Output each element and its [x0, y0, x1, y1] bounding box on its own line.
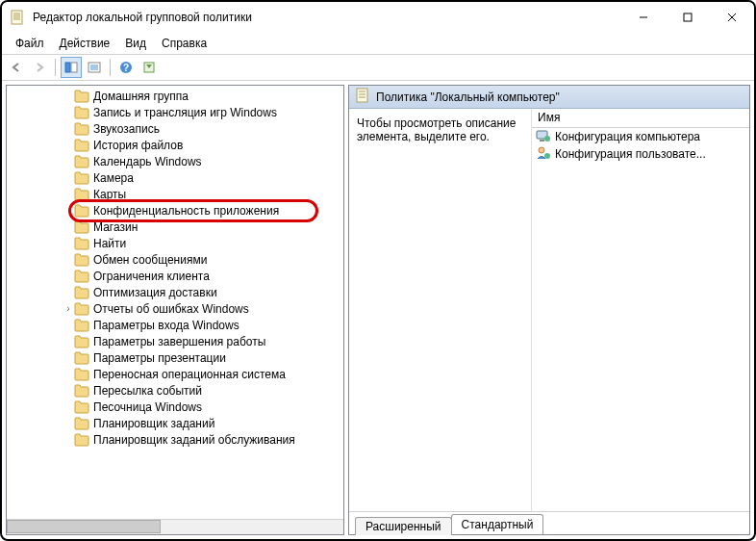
- folder-icon: [74, 122, 89, 136]
- filter-button[interactable]: [139, 57, 160, 78]
- svg-rect-9: [65, 63, 70, 72]
- tree-item[interactable]: Звукозапись: [7, 120, 343, 137]
- list-item-label: Конфигурация компьютера: [555, 130, 700, 143]
- tree-item-label: Параметры завершения работы: [93, 335, 265, 348]
- tree-item[interactable]: Планировщик заданий обслуживания: [7, 431, 343, 448]
- details-pane-button[interactable]: [84, 57, 105, 78]
- help-button[interactable]: ?: [115, 57, 137, 78]
- list-item-label: Конфигурация пользовате...: [555, 147, 706, 161]
- svg-rect-24: [540, 140, 544, 142]
- list-header-name[interactable]: Имя: [532, 109, 749, 128]
- details-body: Чтобы просмотреть описание элемента, выд…: [349, 109, 749, 511]
- tree-item[interactable]: Магазин: [7, 219, 343, 235]
- folder-icon: [74, 237, 89, 250]
- tree-item[interactable]: Планировщик заданий: [7, 415, 343, 431]
- details-header: Политика "Локальный компьютер": [349, 86, 749, 109]
- description-column: Чтобы просмотреть описание элемента, выд…: [349, 109, 532, 511]
- tree-item[interactable]: Обмен сообщениями: [7, 251, 343, 268]
- scope-pane-button[interactable]: [61, 57, 82, 78]
- folder-icon: [74, 335, 89, 348]
- minimize-button[interactable]: [621, 2, 666, 33]
- svg-point-27: [544, 153, 550, 159]
- app-window: Редактор локальной групповой политики Фа…: [0, 0, 756, 541]
- folder-icon: [74, 400, 89, 414]
- tree-pane: Домашняя группаЗапись и трансляция игр W…: [6, 85, 344, 535]
- tree-item[interactable]: ›Отчеты об ошибках Windows: [7, 300, 343, 317]
- folder-icon: [74, 302, 89, 316]
- folder-icon: [74, 286, 89, 299]
- maximize-button[interactable]: [666, 2, 710, 33]
- toolbar: ?: [2, 54, 754, 81]
- svg-rect-19: [357, 89, 367, 102]
- tabs-bar: Расширенный Стандартный: [349, 511, 749, 534]
- tree-item-label: Обмен сообщениями: [93, 253, 207, 267]
- tree-item-label: Календарь Windows: [93, 155, 202, 168]
- folder-icon: [74, 253, 89, 267]
- tree-item-label: Переносная операционная система: [93, 368, 286, 381]
- folder-icon: [74, 155, 89, 168]
- toolbar-separator: [55, 59, 56, 76]
- tree-item[interactable]: История файлов: [7, 137, 343, 153]
- folder-icon: [74, 90, 89, 103]
- tree-item[interactable]: Параметры завершения работы: [7, 333, 343, 349]
- tree-item-label: Отчеты об ошибках Windows: [93, 302, 249, 316]
- tree-scroll[interactable]: Домашняя группаЗапись и трансляция игр W…: [7, 86, 343, 519]
- tree-item-label: Ограничения клиента: [93, 270, 210, 283]
- list-item[interactable]: Конфигурация пользовате...: [532, 145, 749, 163]
- close-button[interactable]: [710, 2, 754, 33]
- expand-chevron-icon[interactable]: ›: [63, 303, 74, 314]
- app-icon: [10, 10, 25, 25]
- svg-point-25: [544, 136, 550, 142]
- menu-action[interactable]: Действие: [52, 35, 118, 52]
- toolbar-separator: [110, 59, 111, 76]
- description-text: Чтобы просмотреть описание элемента, выд…: [357, 116, 516, 143]
- tree-item[interactable]: Параметры презентации: [7, 349, 343, 366]
- tab-standard[interactable]: Стандартный: [451, 514, 544, 534]
- tab-extended[interactable]: Расширенный: [355, 517, 452, 535]
- tree-item[interactable]: Камера: [7, 169, 343, 186]
- window-title: Редактор локальной групповой политики: [33, 11, 621, 24]
- menu-help[interactable]: Справка: [154, 35, 214, 52]
- folder-icon: [74, 139, 89, 152]
- title-bar: Редактор локальной групповой политики: [2, 2, 754, 33]
- folder-icon: [74, 270, 89, 283]
- tree-item[interactable]: Песочница Windows: [7, 399, 343, 415]
- tree-item-label: История файлов: [93, 139, 183, 152]
- tree-item[interactable]: Найти: [7, 235, 343, 251]
- tree-item[interactable]: Оптимизация доставки: [7, 284, 343, 300]
- folder-icon: [74, 368, 89, 381]
- content-area: Домашняя группаЗапись и трансляция игр W…: [2, 81, 754, 539]
- tree-item[interactable]: Конфиденциальность приложения: [7, 202, 343, 219]
- tree-item-label: Планировщик заданий обслуживания: [93, 433, 295, 447]
- list-item[interactable]: Конфигурация компьютера: [532, 128, 749, 145]
- tree-item[interactable]: Параметры входа Windows: [7, 317, 343, 333]
- tree-item[interactable]: Карты: [7, 186, 343, 202]
- details-pane: Политика "Локальный компьютер" Чтобы про…: [348, 85, 750, 535]
- tree-item-label: Найти: [93, 237, 126, 250]
- folder-icon: [74, 171, 89, 185]
- tree-item[interactable]: Календарь Windows: [7, 153, 343, 169]
- horizontal-scrollbar[interactable]: [7, 519, 343, 534]
- tree-item[interactable]: Переносная операционная система: [7, 366, 343, 382]
- tree-item[interactable]: Запись и трансляция игр Windows: [7, 104, 343, 120]
- tree-item-label: Домашняя группа: [93, 90, 189, 103]
- tree-item-label: Оптимизация доставки: [93, 286, 217, 299]
- nav-forward-button[interactable]: [29, 57, 50, 78]
- tree-item-label: Параметры презентации: [93, 351, 226, 365]
- tree-item[interactable]: Пересылка событий: [7, 382, 343, 399]
- tree-item[interactable]: Домашняя группа: [7, 88, 343, 104]
- list-column: Имя Конфигурация компьютера Конфигурация…: [532, 109, 749, 511]
- folder-icon: [74, 384, 89, 398]
- folder-icon: [74, 188, 89, 201]
- scrollbar-thumb[interactable]: [7, 520, 161, 533]
- folder-icon: [74, 433, 89, 447]
- tree-item-label: Песочница Windows: [93, 400, 202, 414]
- nav-back-button[interactable]: [6, 57, 27, 78]
- folder-icon: [74, 220, 89, 234]
- menu-file[interactable]: Файл: [8, 35, 52, 52]
- tree-item[interactable]: Ограничения клиента: [7, 268, 343, 284]
- tree-item-label: Параметры входа Windows: [93, 319, 239, 332]
- tree-item-label: Магазин: [93, 220, 138, 234]
- folder-icon: [74, 417, 89, 430]
- menu-view[interactable]: Вид: [117, 35, 154, 52]
